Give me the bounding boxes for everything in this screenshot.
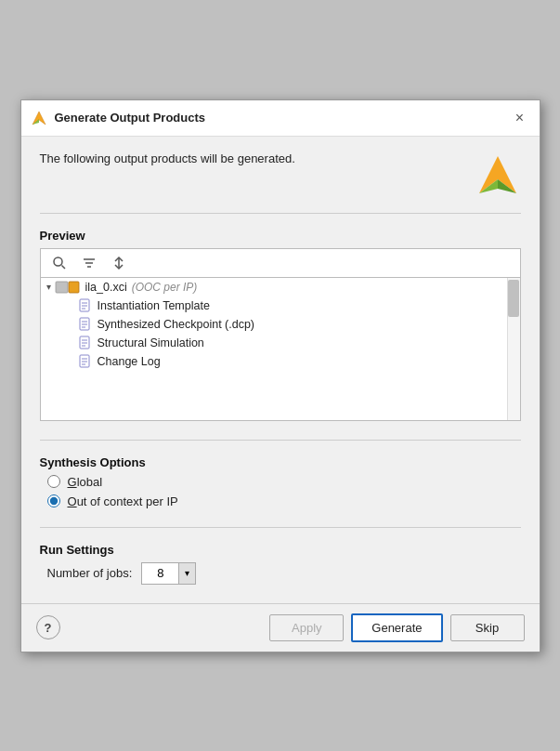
synthesis-section-label: Synthesis Options: [40, 455, 521, 469]
preview-section-label: Preview: [40, 229, 521, 243]
skip-button[interactable]: Skip: [450, 614, 525, 641]
scrollbar-thumb[interactable]: [508, 280, 519, 317]
jobs-select: 8 ▾: [141, 562, 196, 585]
preview-toolbar: [40, 248, 521, 277]
radio-ooc-input[interactable]: [47, 494, 60, 507]
brand-logo: [475, 152, 521, 198]
jobs-dropdown-button[interactable]: ▾: [178, 562, 196, 585]
scrollbar-track[interactable]: [507, 278, 520, 420]
tree-child-item[interactable]: Instantiation Template: [41, 296, 520, 315]
svg-point-5: [54, 257, 62, 266]
doc-icon-3: [78, 354, 93, 369]
radio-global-input[interactable]: [47, 475, 60, 488]
radio-global-label: Global: [68, 475, 103, 489]
preview-tree[interactable]: ▾ ila_0.xci (OOC per IP): [40, 277, 521, 421]
tree-child-label-3: Change Log: [98, 355, 161, 368]
intro-row: The following output products will be ge…: [40, 152, 521, 198]
radio-global[interactable]: Global: [47, 475, 521, 489]
title-bar-left: Generate Output Products: [31, 110, 206, 126]
divider-run: [40, 527, 521, 528]
dialog-footer: ? Apply Generate Skip: [21, 603, 540, 652]
tree-child-label-0: Instantiation Template: [98, 299, 210, 312]
tree-root-item[interactable]: ▾ ila_0.xci (OOC per IP): [41, 278, 520, 296]
help-button[interactable]: ?: [36, 615, 60, 639]
svg-rect-12: [69, 282, 79, 293]
sort-icon: [111, 256, 126, 270]
dropdown-arrow: ▾: [185, 568, 189, 578]
generate-output-products-dialog: Generate Output Products × The following…: [20, 99, 540, 652]
radio-ooc[interactable]: Out of context per IP: [47, 494, 521, 508]
divider-top: [40, 213, 521, 214]
sort-toolbar-button[interactable]: [106, 252, 132, 274]
tree-child-item[interactable]: Change Log: [41, 352, 520, 371]
filter-icon: [82, 256, 97, 270]
preview-section: Preview: [40, 229, 521, 425]
tree-child-label-2: Structural Simulation: [98, 336, 204, 349]
dialog-body: The following output products will be ge…: [21, 137, 540, 603]
tree-child-item[interactable]: Structural Simulation: [41, 334, 520, 352]
run-settings-row: Number of jobs: 8 ▾: [40, 562, 521, 585]
tree-child-label-1: Synthesized Checkpoint (.dcp): [98, 318, 255, 331]
svg-line-6: [61, 265, 65, 269]
tree-child-item[interactable]: Synthesized Checkpoint (.dcp): [41, 315, 520, 334]
title-bar: Generate Output Products ×: [21, 100, 540, 137]
synthesis-options-section: Synthesis Options Global Out of context …: [40, 455, 521, 512]
synthesis-radio-group: Global Out of context per IP: [40, 475, 521, 508]
run-settings-section-label: Run Settings: [40, 543, 521, 557]
tree-chevron: ▾: [46, 282, 51, 292]
footer-right: Apply Generate Skip: [269, 613, 524, 642]
jobs-label: Number of jobs:: [47, 566, 133, 580]
doc-icon-0: [78, 298, 93, 313]
xci-icon: [55, 280, 81, 295]
jobs-value: 8: [141, 562, 178, 585]
doc-icon-1: [78, 317, 93, 332]
tree-root-label: ila_0.xci: [85, 281, 127, 294]
filter-toolbar-button[interactable]: [76, 252, 102, 274]
divider-synthesis: [40, 440, 521, 441]
tree-root-ooc-label: (OOC per IP): [132, 281, 198, 294]
run-settings-section: Run Settings Number of jobs: 8 ▾: [40, 543, 521, 588]
doc-icon-2: [78, 336, 93, 350]
generate-button[interactable]: Generate: [351, 613, 442, 642]
svg-rect-11: [56, 282, 68, 293]
radio-ooc-label: Out of context per IP: [68, 494, 178, 508]
search-icon: [52, 256, 67, 270]
apply-button[interactable]: Apply: [269, 614, 344, 641]
footer-left: ?: [36, 615, 60, 639]
search-toolbar-button[interactable]: [46, 252, 72, 274]
close-button[interactable]: ×: [510, 108, 530, 128]
intro-text: The following output products will be ge…: [40, 152, 475, 165]
dialog-title: Generate Output Products: [55, 111, 206, 125]
vivado-icon: [31, 110, 47, 126]
